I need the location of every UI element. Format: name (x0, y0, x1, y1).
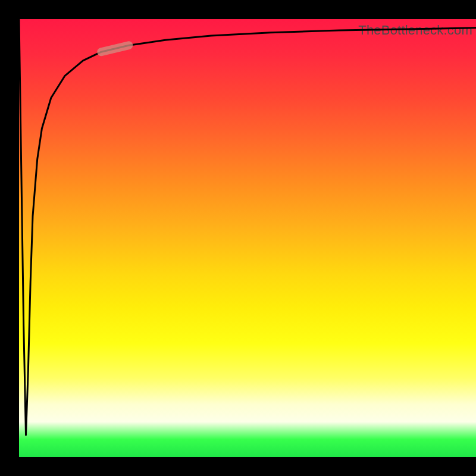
plot-area: TheBottleneck.com (19, 19, 476, 457)
curve-svg (19, 19, 476, 457)
chart-frame: TheBottleneck.com (0, 0, 476, 476)
highlight-segment (101, 45, 129, 52)
bottleneck-curve-line (19, 19, 476, 435)
